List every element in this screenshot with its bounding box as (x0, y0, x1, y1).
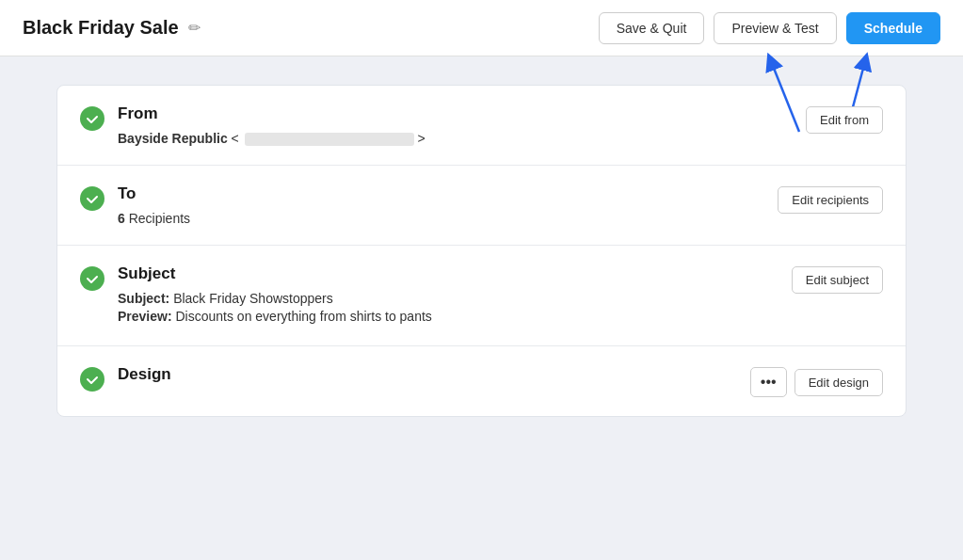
subject-check-icon (80, 266, 104, 291)
edit-subject-button[interactable]: Edit subject (792, 266, 883, 294)
from-title: From (118, 104, 806, 123)
campaign-card: From Bayside Republic < > Edit from (56, 85, 907, 417)
to-content: To 6 Recipients (118, 184, 778, 226)
header-left: Black Friday Sale ✏ (23, 17, 201, 39)
preview-value: Discounts on everything from shirts to p… (175, 309, 431, 324)
from-content: From Bayside Republic < > (118, 104, 806, 146)
design-content: Design (118, 365, 750, 392)
to-section: To 6 Recipients Edit recipients (57, 166, 906, 246)
page-title: Black Friday Sale (23, 17, 179, 39)
to-check-icon (80, 186, 104, 211)
design-section: Design ••• Edit design (57, 346, 906, 416)
design-check-icon (80, 367, 104, 392)
header: Black Friday Sale ✏ Save & Quit Preview … (0, 0, 963, 56)
to-title: To (118, 184, 778, 203)
subject-actions: Edit subject (792, 266, 883, 294)
subject-section: Subject Subject: Black Friday Showstoppe… (57, 246, 906, 346)
recipients-number: 6 (118, 211, 125, 226)
to-actions: Edit recipients (778, 186, 883, 214)
subject-section-left: Subject Subject: Black Friday Showstoppe… (80, 264, 792, 327)
sender-name: Bayside Republic (118, 131, 228, 146)
edit-design-button[interactable]: Edit design (794, 369, 883, 396)
subject-content: Subject Subject: Black Friday Showstoppe… (118, 264, 792, 327)
preview-test-button[interactable]: Preview & Test (714, 12, 836, 44)
subject-title: Subject (118, 264, 792, 283)
design-title: Design (118, 365, 750, 384)
save-quit-button[interactable]: Save & Quit (599, 12, 705, 44)
main-content: From Bayside Republic < > Edit from (0, 56, 963, 445)
sender-email-close: > (418, 131, 425, 146)
subject-value: Black Friday Showstoppers (173, 291, 333, 306)
edit-recipients-button[interactable]: Edit recipients (778, 186, 883, 214)
from-check-icon (80, 106, 104, 131)
from-details: Bayside Republic < > (118, 131, 806, 146)
schedule-button[interactable]: Schedule (846, 12, 940, 44)
header-actions: Save & Quit Preview & Test Schedule (599, 12, 940, 44)
from-section-left: From Bayside Republic < > (80, 104, 806, 146)
recipients-label-text: Recipients (129, 211, 190, 226)
preview-detail: Preview: Discounts on everything from sh… (118, 309, 792, 324)
sender-email-separator: < (232, 131, 239, 146)
edit-title-icon[interactable]: ✏ (188, 19, 201, 37)
design-section-left: Design (80, 365, 750, 392)
subject-detail: Subject: Black Friday Showstoppers (118, 291, 792, 306)
from-section: From Bayside Republic < > Edit from (57, 86, 906, 166)
design-more-button[interactable]: ••• (750, 367, 787, 397)
to-section-left: To 6 Recipients (80, 184, 778, 226)
subject-label: Subject: (118, 291, 173, 306)
sender-email-blur (245, 133, 414, 146)
edit-from-button[interactable]: Edit from (806, 106, 883, 134)
recipients-info: 6 Recipients (118, 211, 778, 226)
from-actions: Edit from (806, 106, 883, 134)
design-actions: ••• Edit design (750, 367, 883, 397)
preview-label: Preview: (118, 309, 175, 324)
